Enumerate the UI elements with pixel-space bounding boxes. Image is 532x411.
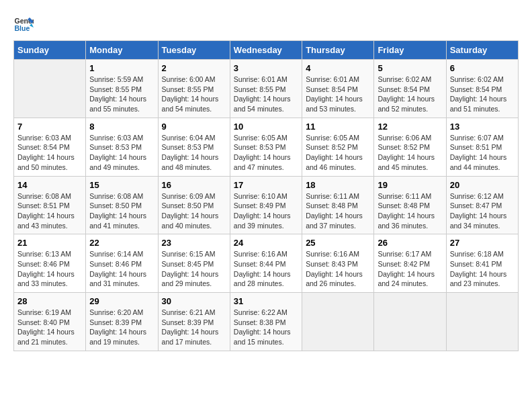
header-day-monday: Monday <box>86 41 158 60</box>
day-number: 22 <box>89 238 154 248</box>
calendar-cell: 4Sunrise: 6:01 AM Sunset: 8:54 PM Daylig… <box>302 60 374 118</box>
calendar-cell <box>302 293 374 351</box>
calendar-table: SundayMondayTuesdayWednesdayThursdayFrid… <box>13 40 519 351</box>
calendar-cell: 31Sunrise: 6:22 AM Sunset: 8:38 PM Dayli… <box>230 293 302 351</box>
header-row: SundayMondayTuesdayWednesdayThursdayFrid… <box>14 41 519 60</box>
day-info: Sunrise: 6:08 AM Sunset: 8:51 PM Dayligh… <box>17 191 82 231</box>
calendar-body: 1Sunrise: 5:59 AM Sunset: 8:55 PM Daylig… <box>14 60 519 351</box>
day-info: Sunrise: 6:12 AM Sunset: 8:47 PM Dayligh… <box>450 191 515 231</box>
header-day-wednesday: Wednesday <box>230 41 302 60</box>
calendar-cell: 27Sunrise: 6:18 AM Sunset: 8:41 PM Dayli… <box>446 234 518 293</box>
calendar-cell: 5Sunrise: 6:02 AM Sunset: 8:54 PM Daylig… <box>374 60 446 118</box>
calendar-cell: 16Sunrise: 6:09 AM Sunset: 8:50 PM Dayli… <box>158 176 230 234</box>
day-info: Sunrise: 6:02 AM Sunset: 8:54 PM Dayligh… <box>450 75 515 114</box>
calendar-cell: 24Sunrise: 6:16 AM Sunset: 8:44 PM Dayli… <box>230 234 302 293</box>
calendar-cell: 7Sunrise: 6:03 AM Sunset: 8:54 PM Daylig… <box>14 118 86 176</box>
day-number: 31 <box>234 296 298 306</box>
day-number: 6 <box>450 63 515 73</box>
day-number: 8 <box>89 122 154 132</box>
day-number: 7 <box>17 122 82 132</box>
calendar-cell: 15Sunrise: 6:08 AM Sunset: 8:50 PM Dayli… <box>86 176 158 234</box>
day-number: 21 <box>17 238 82 248</box>
day-info: Sunrise: 6:04 AM Sunset: 8:53 PM Dayligh… <box>162 133 226 173</box>
calendar-cell: 17Sunrise: 6:10 AM Sunset: 8:49 PM Dayli… <box>230 176 302 234</box>
day-info: Sunrise: 6:17 AM Sunset: 8:42 PM Dayligh… <box>378 249 442 289</box>
calendar-header: SundayMondayTuesdayWednesdayThursdayFrid… <box>14 41 519 60</box>
day-number: 15 <box>89 180 154 190</box>
week-row-0: 1Sunrise: 5:59 AM Sunset: 8:55 PM Daylig… <box>14 60 519 118</box>
day-number: 25 <box>306 238 370 248</box>
day-number: 10 <box>234 122 298 132</box>
day-number: 14 <box>17 180 82 190</box>
week-row-2: 14Sunrise: 6:08 AM Sunset: 8:51 PM Dayli… <box>14 176 519 234</box>
calendar-cell <box>374 293 446 351</box>
day-number: 26 <box>378 238 442 248</box>
calendar-cell: 21Sunrise: 6:13 AM Sunset: 8:46 PM Dayli… <box>14 234 86 293</box>
week-row-3: 21Sunrise: 6:13 AM Sunset: 8:46 PM Dayli… <box>14 234 519 293</box>
day-info: Sunrise: 6:09 AM Sunset: 8:50 PM Dayligh… <box>162 191 226 231</box>
day-info: Sunrise: 6:21 AM Sunset: 8:39 PM Dayligh… <box>162 308 226 347</box>
calendar-cell: 22Sunrise: 6:14 AM Sunset: 8:46 PM Dayli… <box>86 234 158 293</box>
calendar-cell: 28Sunrise: 6:19 AM Sunset: 8:40 PM Dayli… <box>14 293 86 351</box>
day-info: Sunrise: 6:16 AM Sunset: 8:43 PM Dayligh… <box>306 249 370 289</box>
header: General Blue <box>13 13 519 34</box>
calendar-cell: 6Sunrise: 6:02 AM Sunset: 8:54 PM Daylig… <box>446 60 518 118</box>
day-number: 23 <box>162 238 226 248</box>
day-info: Sunrise: 6:01 AM Sunset: 8:54 PM Dayligh… <box>306 75 370 114</box>
calendar-cell: 26Sunrise: 6:17 AM Sunset: 8:42 PM Dayli… <box>374 234 446 293</box>
day-info: Sunrise: 6:19 AM Sunset: 8:40 PM Dayligh… <box>17 308 82 347</box>
calendar-cell: 3Sunrise: 6:01 AM Sunset: 8:55 PM Daylig… <box>230 60 302 118</box>
day-info: Sunrise: 5:59 AM Sunset: 8:55 PM Dayligh… <box>89 75 154 114</box>
calendar-cell: 29Sunrise: 6:20 AM Sunset: 8:39 PM Dayli… <box>86 293 158 351</box>
day-info: Sunrise: 6:20 AM Sunset: 8:39 PM Dayligh… <box>89 308 154 347</box>
day-info: Sunrise: 6:03 AM Sunset: 8:54 PM Dayligh… <box>17 133 82 173</box>
day-info: Sunrise: 6:22 AM Sunset: 8:38 PM Dayligh… <box>234 308 298 347</box>
calendar-cell: 18Sunrise: 6:11 AM Sunset: 8:48 PM Dayli… <box>302 176 374 234</box>
day-number: 30 <box>162 296 226 306</box>
calendar-cell: 14Sunrise: 6:08 AM Sunset: 8:51 PM Dayli… <box>14 176 86 234</box>
day-info: Sunrise: 6:05 AM Sunset: 8:52 PM Dayligh… <box>306 133 370 173</box>
day-number: 2 <box>162 63 226 73</box>
day-number: 12 <box>378 122 442 132</box>
day-info: Sunrise: 6:16 AM Sunset: 8:44 PM Dayligh… <box>234 249 298 289</box>
day-info: Sunrise: 6:07 AM Sunset: 8:51 PM Dayligh… <box>450 133 515 173</box>
day-number: 5 <box>378 63 442 73</box>
day-info: Sunrise: 6:11 AM Sunset: 8:48 PM Dayligh… <box>306 191 370 231</box>
day-info: Sunrise: 6:15 AM Sunset: 8:45 PM Dayligh… <box>162 249 226 289</box>
day-number: 29 <box>89 296 154 306</box>
day-number: 16 <box>162 180 226 190</box>
calendar-cell <box>14 60 86 118</box>
calendar-cell: 9Sunrise: 6:04 AM Sunset: 8:53 PM Daylig… <box>158 118 230 176</box>
day-info: Sunrise: 6:08 AM Sunset: 8:50 PM Dayligh… <box>89 191 154 231</box>
day-number: 18 <box>306 180 370 190</box>
day-number: 1 <box>89 63 154 73</box>
day-info: Sunrise: 6:10 AM Sunset: 8:49 PM Dayligh… <box>234 191 298 231</box>
day-number: 28 <box>17 296 82 306</box>
day-info: Sunrise: 6:06 AM Sunset: 8:52 PM Dayligh… <box>378 133 442 173</box>
week-row-4: 28Sunrise: 6:19 AM Sunset: 8:40 PM Dayli… <box>14 293 519 351</box>
day-number: 17 <box>234 180 298 190</box>
calendar-cell <box>446 293 518 351</box>
header-day-thursday: Thursday <box>302 41 374 60</box>
calendar-cell: 10Sunrise: 6:05 AM Sunset: 8:53 PM Dayli… <box>230 118 302 176</box>
day-number: 9 <box>162 122 226 132</box>
header-day-tuesday: Tuesday <box>158 41 230 60</box>
day-number: 11 <box>306 122 370 132</box>
header-day-sunday: Sunday <box>14 41 86 60</box>
calendar-cell: 11Sunrise: 6:05 AM Sunset: 8:52 PM Dayli… <box>302 118 374 176</box>
day-number: 24 <box>234 238 298 248</box>
day-info: Sunrise: 6:02 AM Sunset: 8:54 PM Dayligh… <box>378 75 442 114</box>
day-number: 3 <box>234 63 298 73</box>
day-number: 4 <box>306 63 370 73</box>
calendar-cell: 20Sunrise: 6:12 AM Sunset: 8:47 PM Dayli… <box>446 176 518 234</box>
day-number: 19 <box>378 180 442 190</box>
week-row-1: 7Sunrise: 6:03 AM Sunset: 8:54 PM Daylig… <box>14 118 519 176</box>
header-day-saturday: Saturday <box>446 41 518 60</box>
calendar-cell: 23Sunrise: 6:15 AM Sunset: 8:45 PM Dayli… <box>158 234 230 293</box>
calendar-cell: 2Sunrise: 6:00 AM Sunset: 8:55 PM Daylig… <box>158 60 230 118</box>
day-info: Sunrise: 6:05 AM Sunset: 8:53 PM Dayligh… <box>234 133 298 173</box>
day-info: Sunrise: 6:18 AM Sunset: 8:41 PM Dayligh… <box>450 249 515 289</box>
day-info: Sunrise: 6:14 AM Sunset: 8:46 PM Dayligh… <box>89 249 154 289</box>
day-number: 27 <box>450 238 515 248</box>
logo-icon: General Blue <box>13 13 34 34</box>
